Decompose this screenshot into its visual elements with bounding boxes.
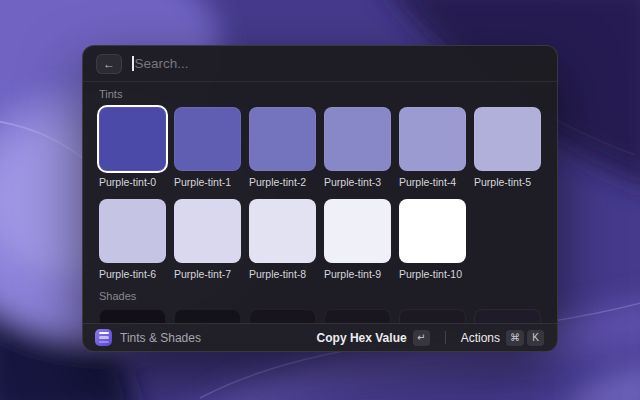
- swatch-label: Purple-tint-4: [399, 176, 466, 189]
- text-caret: [132, 56, 134, 71]
- swatch-label: Purple-tint-9: [324, 268, 391, 281]
- swatch-color-block: [474, 309, 541, 323]
- back-button[interactable]: ←: [96, 54, 122, 74]
- tints-grid: Purple-tint-0 Purple-tint-1 Purple-tint-…: [99, 107, 541, 281]
- color-swatch-shade-2[interactable]: [249, 309, 316, 323]
- swatch-label: Purple-tint-8: [249, 268, 316, 281]
- swatch-color-block: [324, 107, 391, 171]
- color-swatch-tint-8[interactable]: Purple-tint-8: [249, 199, 316, 281]
- swatch-color-block: [174, 199, 241, 263]
- swatch-color-block: [324, 309, 391, 323]
- swatch-label: Purple-tint-0: [99, 176, 166, 189]
- swatch-color-block: [174, 309, 241, 323]
- swatch-label: Purple-tint-3: [324, 176, 391, 189]
- swatch-color-block: [474, 107, 541, 171]
- color-swatch-shade-4[interactable]: [399, 309, 466, 323]
- swatch-color-block: [174, 107, 241, 171]
- swatch-label: Purple-tint-2: [249, 176, 316, 189]
- command-key-icon: ⌘: [506, 330, 524, 346]
- swatch-color-block: [324, 199, 391, 263]
- tints-shades-icon: [95, 329, 112, 346]
- swatch-color-block: [99, 199, 166, 263]
- swatch-color-block: [399, 107, 466, 171]
- swatch-label: Purple-tint-5: [474, 176, 541, 189]
- back-arrow-icon: ←: [103, 58, 115, 70]
- color-swatch-tint-4[interactable]: Purple-tint-4: [399, 107, 466, 189]
- actions-label: Actions: [461, 331, 500, 345]
- search-field: [132, 56, 544, 71]
- footer-app-info: Tints & Shades: [95, 329, 314, 346]
- color-swatch-shade-0[interactable]: [99, 309, 166, 323]
- actions-button[interactable]: Actions ⌘ K: [458, 328, 547, 348]
- color-swatch-shade-1[interactable]: [174, 309, 241, 323]
- swatch-color-block: [249, 107, 316, 171]
- section-header-shades: Shades: [99, 290, 541, 303]
- color-swatch-shade-5[interactable]: [474, 309, 541, 323]
- shades-grid: [99, 309, 541, 323]
- section-header-tints: Tints: [99, 88, 541, 101]
- swatch-label: Purple-tint-7: [174, 268, 241, 281]
- swatch-label: Purple-tint-10: [399, 268, 466, 281]
- swatch-color-block: [99, 107, 166, 171]
- app-name-label: Tints & Shades: [120, 331, 201, 345]
- swatch-color-block: [249, 199, 316, 263]
- actions-shortcut: ⌘ K: [506, 330, 544, 346]
- swatch-color-block: [399, 309, 466, 323]
- color-swatch-tint-0[interactable]: Purple-tint-0: [99, 107, 166, 189]
- swatch-color-block: [99, 309, 166, 323]
- swatch-color-block: [399, 199, 466, 263]
- color-swatch-shade-3[interactable]: [324, 309, 391, 323]
- color-swatch-tint-7[interactable]: Purple-tint-7: [174, 199, 241, 281]
- color-swatch-tint-9[interactable]: Purple-tint-9: [324, 199, 391, 281]
- color-swatch-tint-1[interactable]: Purple-tint-1: [174, 107, 241, 189]
- swatch-color-block: [249, 309, 316, 323]
- color-swatch-tint-3[interactable]: Purple-tint-3: [324, 107, 391, 189]
- copy-hex-value-button[interactable]: Copy Hex Value ↵: [314, 328, 433, 348]
- k-key-label: K: [527, 330, 544, 346]
- color-swatch-tint-6[interactable]: Purple-tint-6: [99, 199, 166, 281]
- status-bar: Tints & Shades Copy Hex Value ↵ Actions …: [83, 323, 557, 351]
- color-swatch-tint-5[interactable]: Purple-tint-5: [474, 107, 541, 189]
- search-input[interactable]: [135, 56, 545, 71]
- swatch-label: Purple-tint-6: [99, 268, 166, 281]
- color-swatch-tint-2[interactable]: Purple-tint-2: [249, 107, 316, 189]
- swatch-label: Purple-tint-1: [174, 176, 241, 189]
- color-swatch-tint-10[interactable]: Purple-tint-10: [399, 199, 466, 281]
- app-window: ← Tints Purple-tint-0 Purple-tint-1 Purp…: [82, 45, 558, 352]
- footer-actions: Copy Hex Value ↵ Actions ⌘ K: [314, 328, 547, 348]
- results-list: Tints Purple-tint-0 Purple-tint-1 Purple…: [83, 82, 557, 323]
- footer-divider: [445, 331, 446, 344]
- copy-hex-label: Copy Hex Value: [317, 331, 407, 345]
- search-bar: ←: [83, 46, 557, 82]
- enter-key-icon: ↵: [413, 330, 430, 346]
